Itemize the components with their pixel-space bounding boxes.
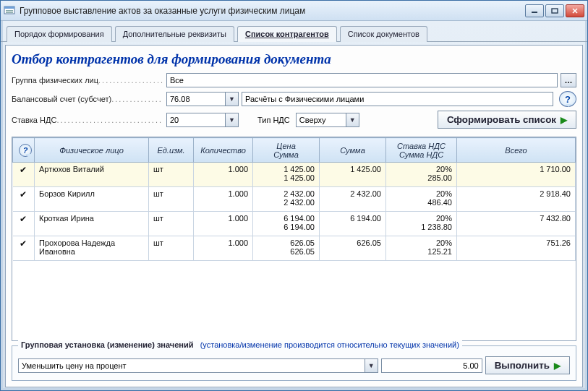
label-vat-rate: Ставка НДС	[12, 116, 163, 124]
group-value-input[interactable]	[381, 358, 482, 373]
svg-rect-5	[552, 9, 558, 13]
vat-type-input[interactable]	[296, 113, 346, 127]
cell-total: 751.26	[457, 236, 576, 261]
svg-rect-4	[532, 12, 537, 13]
close-button[interactable]	[566, 4, 584, 17]
svg-rect-2	[6, 10, 13, 12]
col-qty[interactable]: Количество	[194, 138, 253, 163]
cell-person: Артюхов Виталий	[35, 163, 149, 187]
app-icon	[4, 5, 15, 17]
label-vat-type: Тип НДС	[257, 116, 290, 124]
minimize-button[interactable]	[525, 4, 544, 17]
play-icon: ▶	[554, 361, 561, 371]
table-row[interactable]: ✔Кроткая Иринашт1.0006 194.006 194.006 1…	[13, 212, 576, 236]
table-row[interactable]: ✔Прохорова Надежда Ивановнашт1.000626.05…	[13, 236, 576, 261]
cell-person: Борзов Кирилл	[35, 187, 149, 212]
tab-bar: Порядок формирования Дополнительные рекв…	[1, 21, 587, 42]
cell-vat: 20%125.21	[386, 236, 457, 261]
row-check-icon[interactable]: ✔	[13, 163, 35, 187]
cell-sum: 1 425.00	[320, 163, 386, 187]
vat-type-dropdown[interactable]: ▼	[346, 113, 359, 127]
cell-total: 2 918.40	[457, 187, 576, 212]
cell-unit: шт	[149, 212, 194, 236]
col-unit[interactable]: Ед.изм.	[149, 138, 194, 163]
tab-order[interactable]: Порядок формирования	[7, 26, 112, 42]
group-edit-hint: (установка/изменение производится относи…	[200, 340, 459, 349]
cell-price: 6 194.006 194.00	[253, 212, 320, 236]
cell-price: 2 432.002 432.00	[253, 187, 320, 212]
titlebar: Групповое выставление актов за оказанные…	[1, 1, 587, 21]
play-icon: ▶	[561, 115, 567, 125]
account-code-input[interactable]	[166, 92, 226, 106]
account-desc-input[interactable]	[242, 92, 553, 106]
content-area: Отбор контрагентов для формирования доку…	[5, 45, 583, 387]
group-mode-dropdown[interactable]: ▼	[365, 358, 378, 373]
row-check-icon[interactable]: ✔	[13, 212, 35, 236]
account-code-dropdown[interactable]: ▼	[226, 92, 239, 106]
col-price[interactable]: Цена Сумма	[253, 138, 320, 163]
col-person[interactable]: Физическое лицо	[35, 138, 149, 163]
svg-rect-1	[4, 7, 14, 9]
row-check-icon[interactable]: ✔	[13, 187, 35, 212]
cell-qty: 1.000	[194, 212, 253, 236]
cell-unit: шт	[149, 236, 194, 261]
group-edit-legend: Групповая установка (изменение) значений…	[18, 340, 462, 349]
cell-vat: 20%486.40	[386, 187, 457, 212]
label-account: Балансовый счет (субсчет)	[12, 95, 163, 103]
cell-qty: 1.000	[194, 163, 253, 187]
col-sum[interactable]: Сумма	[320, 138, 386, 163]
cell-qty: 1.000	[194, 236, 253, 261]
cell-person: Прохорова Надежда Ивановна	[35, 236, 149, 261]
tab-documents[interactable]: Список документов	[340, 26, 427, 42]
group-mode-input[interactable]	[18, 358, 365, 373]
grid-header-row: ? Физическое лицо Ед.изм. Количество Цен…	[13, 138, 576, 163]
cell-sum: 6 194.00	[320, 212, 386, 236]
cell-price: 1 425.001 425.00	[253, 163, 320, 187]
group-input[interactable]	[166, 73, 558, 87]
col-total[interactable]: Всего	[457, 138, 576, 163]
vat-rate-dropdown[interactable]: ▼	[226, 113, 239, 127]
cell-sum: 2 432.00	[320, 187, 386, 212]
section-title: Отбор контрагентов для формирования доку…	[12, 51, 576, 67]
execute-button[interactable]: Выполнить▶	[485, 356, 570, 374]
form-list-button[interactable]: Сформировать список▶	[438, 111, 576, 129]
help-icon[interactable]: ?	[559, 91, 576, 107]
col-check[interactable]: ?	[13, 138, 35, 163]
row-check-icon[interactable]: ✔	[13, 236, 35, 261]
tab-extra[interactable]: Дополнительные реквизиты	[115, 26, 234, 42]
table-row[interactable]: ✔Борзов Кириллшт1.0002 432.002 432.002 4…	[13, 187, 576, 212]
table-row[interactable]: ✔Артюхов Виталийшт1.0001 425.001 425.001…	[13, 163, 576, 187]
cell-person: Кроткая Ирина	[35, 212, 149, 236]
window-title: Групповое выставление актов за оказанные…	[20, 6, 525, 16]
cell-qty: 1.000	[194, 187, 253, 212]
label-group: Группа физических лиц	[12, 76, 163, 85]
cell-vat: 20%285.00	[386, 163, 457, 187]
cell-unit: шт	[149, 163, 194, 187]
group-lookup-button[interactable]: …	[561, 73, 576, 87]
cell-vat: 20%1 238.80	[386, 212, 457, 236]
maximize-button[interactable]	[545, 4, 564, 17]
contragent-grid[interactable]: ? Физическое лицо Ед.изм. Количество Цен…	[12, 137, 576, 341]
app-window: Групповое выставление актов за оказанные…	[0, 0, 588, 391]
cell-total: 7 432.80	[457, 212, 576, 236]
cell-total: 1 710.00	[457, 163, 576, 187]
group-edit-panel: Групповая установка (изменение) значений…	[12, 345, 576, 381]
col-vat[interactable]: Ставка НДС Сумма НДС	[386, 138, 457, 163]
cell-sum: 626.05	[320, 236, 386, 261]
tab-contragents[interactable]: Список контрагентов	[237, 26, 337, 42]
cell-unit: шт	[149, 187, 194, 212]
grid-help-icon[interactable]: ?	[19, 144, 32, 157]
vat-rate-input[interactable]	[166, 113, 226, 127]
cell-price: 626.05626.05	[253, 236, 320, 261]
svg-rect-3	[6, 12, 13, 13]
